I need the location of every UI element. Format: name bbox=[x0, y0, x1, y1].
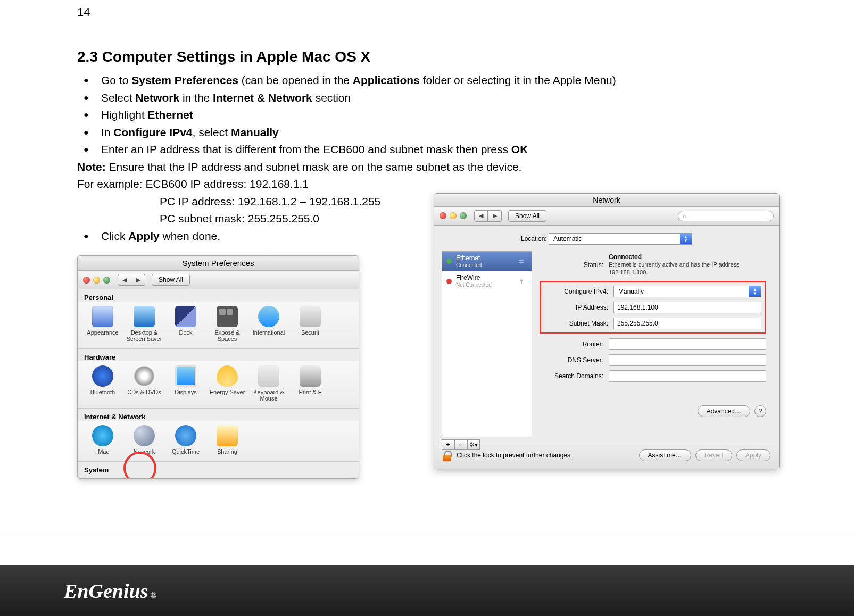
pref-appearance[interactable]: Appearance bbox=[82, 306, 123, 342]
bulb-icon bbox=[217, 365, 238, 387]
section-heading: 2.3 Computer Settings in Apple Mac OS X bbox=[77, 48, 780, 65]
dock-icon bbox=[175, 306, 196, 327]
appearance-icon bbox=[92, 306, 113, 327]
pref-desktop[interactable]: Desktop & Screen Saver bbox=[123, 306, 165, 342]
pref-dock[interactable]: Dock bbox=[165, 306, 206, 342]
sidebar-item-firewire[interactable]: FireWireNot Connected Y bbox=[442, 271, 532, 291]
section-personal: Personal bbox=[78, 289, 359, 302]
show-all-button[interactable]: Show All bbox=[152, 274, 190, 286]
minimize-icon[interactable] bbox=[450, 212, 457, 219]
dns-label: DNS Server: bbox=[540, 356, 609, 364]
network-window: Network ◀ ▶ Show All Location: bbox=[434, 193, 780, 469]
mac-icon bbox=[92, 425, 113, 446]
quicktime-icon bbox=[175, 425, 196, 446]
configure-label: Configure IPv4: bbox=[544, 288, 613, 295]
status-label: Status: bbox=[540, 261, 609, 269]
page-number: 14 bbox=[77, 5, 780, 19]
pref-print[interactable]: Print & F bbox=[289, 365, 331, 402]
cd-icon bbox=[134, 365, 155, 387]
zoom-icon[interactable] bbox=[103, 277, 110, 284]
display-icon bbox=[175, 365, 196, 387]
add-interface-button[interactable]: + bbox=[442, 439, 454, 450]
assist-button[interactable]: Assist me… bbox=[639, 449, 691, 461]
bullet-3: Highlight Ethernet bbox=[77, 106, 780, 124]
apply-button[interactable]: Apply bbox=[736, 449, 770, 461]
subnet-label: Subnet Mask: bbox=[544, 320, 613, 327]
sidebar-item-ethernet[interactable]: EthernetConnected ⇄ bbox=[442, 252, 532, 271]
pref-energy[interactable]: Energy Saver bbox=[206, 365, 248, 402]
back-button[interactable]: ◀ bbox=[474, 210, 488, 222]
house-icon bbox=[300, 306, 321, 327]
page-footer: EnGenius® bbox=[0, 565, 854, 616]
globe-icon bbox=[258, 306, 279, 327]
pref-bluetooth[interactable]: Bluetooth bbox=[82, 365, 123, 402]
engenius-logo: EnGenius® bbox=[64, 579, 156, 603]
section-system: System bbox=[78, 462, 359, 478]
expose-icon bbox=[217, 306, 238, 327]
status-value: Connected bbox=[609, 253, 642, 261]
ip-address-input[interactable] bbox=[613, 302, 761, 313]
bullet-4: In Configure IPv4, select Manually bbox=[77, 124, 780, 141]
pref-international[interactable]: International bbox=[248, 306, 289, 342]
forward-button[interactable]: ▶ bbox=[131, 274, 145, 286]
example-line-3: PC subnet mask: 255.255.255.0 bbox=[77, 210, 418, 228]
keyboard-icon bbox=[258, 365, 279, 387]
folder-icon bbox=[217, 425, 238, 446]
status-dot-icon bbox=[446, 259, 452, 264]
router-input[interactable] bbox=[609, 338, 766, 350]
bullet-2: Select Network in the Internet & Network… bbox=[77, 89, 780, 107]
lock-text: Click the lock to prevent further change… bbox=[457, 452, 572, 459]
show-all-button[interactable]: Show All bbox=[508, 210, 546, 222]
search-domains-label: Search Domains: bbox=[540, 372, 609, 380]
section-hardware: Hardware bbox=[78, 349, 359, 361]
zoom-icon[interactable] bbox=[460, 212, 467, 219]
search-domains-input[interactable] bbox=[609, 370, 766, 382]
example-line-2: PC IP address: 192.168.1.2 – 192.168.1.2… bbox=[77, 193, 418, 211]
printer-icon bbox=[300, 365, 321, 387]
minimize-icon[interactable] bbox=[93, 277, 100, 284]
pref-keyboard[interactable]: Keyboard & Mouse bbox=[248, 365, 289, 402]
chevron-updown-icon: ▲▼ bbox=[680, 234, 692, 244]
sysprefs-title: System Preferences bbox=[78, 256, 359, 271]
close-icon[interactable] bbox=[440, 212, 446, 219]
highlight-box: Configure IPv4: Manually ▲▼ IP Address: bbox=[540, 281, 766, 334]
subnet-mask-input[interactable] bbox=[613, 318, 761, 329]
desktop-icon bbox=[134, 306, 155, 327]
bullet-1: Go to System Preferences (can be opened … bbox=[77, 72, 780, 89]
pref-mac[interactable]: .Mac bbox=[82, 425, 123, 455]
dns-input[interactable] bbox=[609, 354, 766, 366]
help-button[interactable]: ? bbox=[754, 405, 766, 417]
pref-sharing[interactable]: Sharing bbox=[206, 425, 248, 455]
chevron-updown-icon: ▲▼ bbox=[749, 286, 761, 297]
forward-button[interactable]: ▶ bbox=[488, 210, 502, 222]
location-label: Location: bbox=[521, 235, 547, 243]
advanced-button[interactable]: Advanced… bbox=[698, 405, 750, 417]
back-button[interactable]: ◀ bbox=[118, 274, 131, 286]
router-label: Router: bbox=[540, 340, 609, 348]
pref-quicktime[interactable]: QuickTime bbox=[165, 425, 206, 455]
pref-security[interactable]: Securit bbox=[289, 306, 331, 342]
location-dropdown[interactable]: Automatic ▲▼ bbox=[549, 233, 692, 245]
action-menu-button[interactable]: ✲▾ bbox=[467, 439, 480, 450]
ip-label: IP Address: bbox=[544, 304, 613, 311]
pref-expose[interactable]: Exposé & Spaces bbox=[206, 306, 248, 342]
network-icon bbox=[134, 425, 155, 446]
pref-cds[interactable]: CDs & DVDs bbox=[123, 365, 165, 402]
configure-dropdown[interactable]: Manually ▲▼ bbox=[613, 286, 761, 297]
revert-button[interactable]: Revert bbox=[695, 449, 732, 461]
lock-icon[interactable] bbox=[443, 449, 452, 461]
close-icon[interactable] bbox=[83, 277, 90, 284]
divider bbox=[0, 535, 854, 535]
search-input[interactable] bbox=[678, 211, 774, 221]
bullet-apply: Click Apply when done. bbox=[77, 228, 418, 245]
section-internet: Internet & Network bbox=[78, 409, 359, 421]
interface-sidebar: EthernetConnected ⇄ FireWireNot Connecte… bbox=[442, 251, 532, 437]
firewire-icon: Y bbox=[516, 278, 527, 285]
status-dot-icon bbox=[446, 279, 452, 284]
bluetooth-icon bbox=[92, 365, 113, 387]
sysprefs-window: System Preferences ◀ ▶ Show All Personal bbox=[77, 255, 359, 479]
remove-interface-button[interactable]: − bbox=[454, 439, 467, 450]
status-message: Ethernet is currently active and has the… bbox=[609, 261, 766, 277]
pref-network[interactable]: Network bbox=[123, 425, 165, 455]
pref-displays[interactable]: Displays bbox=[165, 365, 206, 402]
